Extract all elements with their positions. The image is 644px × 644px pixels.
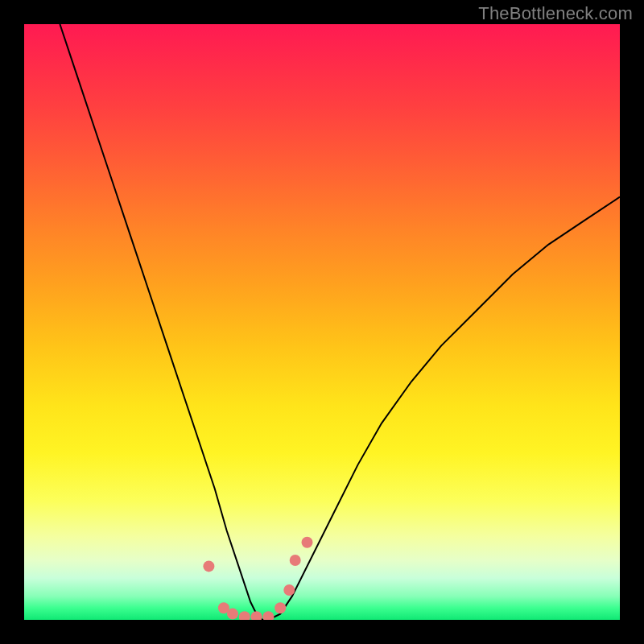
marker-dot	[290, 555, 301, 566]
watermark-text: TheBottleneck.com	[478, 3, 633, 24]
marker-dot	[302, 537, 313, 548]
marker-dot	[227, 609, 238, 620]
chart-svg	[24, 24, 620, 620]
marker-dot	[251, 611, 262, 620]
bottleneck-curve	[60, 24, 620, 620]
curve-line	[60, 24, 620, 620]
marker-dot	[203, 560, 214, 572]
plot-area	[24, 24, 620, 620]
highlight-markers	[203, 537, 312, 620]
marker-dot	[275, 602, 286, 613]
marker-dot	[262, 611, 274, 620]
marker-dot	[239, 611, 250, 620]
chart-frame: TheBottleneck.com	[0, 0, 644, 644]
marker-dot	[283, 584, 295, 596]
